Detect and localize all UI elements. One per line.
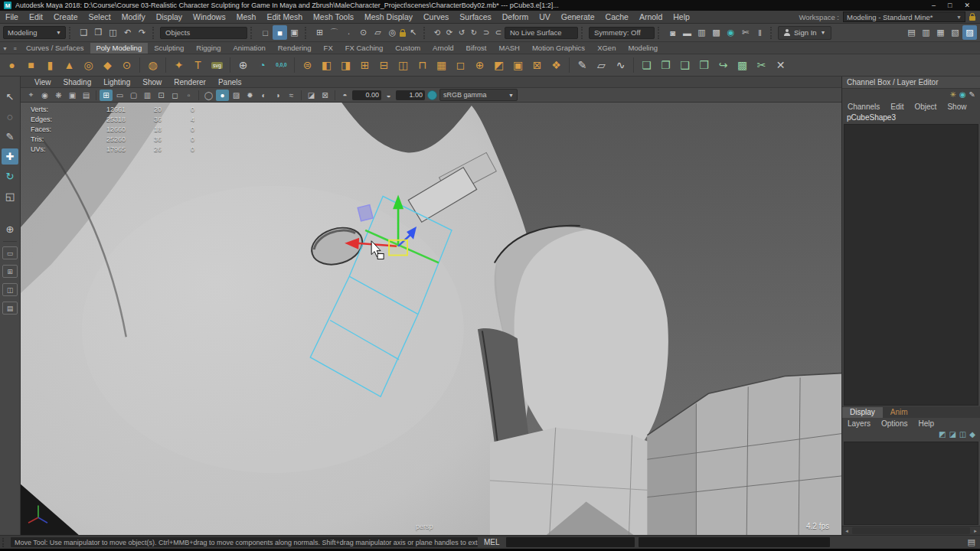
manip-plane-handle[interactable] [358,205,373,221]
reduce-button[interactable]: ⊟ [374,55,394,75]
maya-app-icon[interactable]: M [4,2,11,9]
layout-four-pane-button[interactable]: ⊞ [2,265,18,278]
shelf-tab[interactable]: Rigging [190,43,227,54]
poly-sphere-button[interactable]: ● [2,55,21,75]
layout-outliner-button[interactable]: ▤ [2,302,18,315]
rotate-tool[interactable]: ↻ [2,168,18,184]
custom-cube-button[interactable]: ❒ [694,55,714,75]
viewport-menu-item[interactable]: Show [136,78,168,86]
make-live-button[interactable]: ◎ [385,25,400,40]
layout-two-pane-button[interactable]: ◫ [2,283,18,296]
channel-box-menu-item[interactable]: Show [942,103,972,111]
pencil-curve-tool-button[interactable]: ▱ [592,55,611,75]
highlight-selection-button[interactable]: ↖ [406,25,420,40]
output-connections-button[interactable]: ⟳ [443,25,456,40]
lock-camera-button[interactable]: ◉ [38,90,51,101]
shelf-tab[interactable]: Curves / Surfaces [20,43,90,54]
selection-lock-icon[interactable] [400,32,406,37]
menu-item[interactable]: Select [83,12,116,21]
sign-in-button[interactable]: Sign In ▼ [778,26,831,40]
menu-item[interactable]: File [0,12,24,21]
group-grip[interactable] [581,27,586,39]
shelf-menu-icon[interactable]: ▼ [0,44,10,54]
shelf-tab[interactable]: Bifrost [460,43,493,54]
create-text-button[interactable]: T [188,55,207,75]
snap-view-plane-button[interactable]: ▱ [371,25,385,40]
menu-item[interactable]: Deform [497,12,534,21]
select-object-button[interactable]: ■ [273,25,287,40]
viewport-canvas[interactable]: Verts: 12661 20 0 Edges: 25318 36 4 Face… [21,103,841,535]
shelf-tab[interactable]: Arnold [426,43,459,54]
gamma-icon[interactable]: ◒ [382,90,395,101]
scroll-left-icon[interactable]: ◂ [842,527,851,535]
live-surface-field[interactable]: No Live Surface [505,27,578,39]
maximize-button[interactable]: □ [948,2,952,9]
input-connections-button[interactable]: ⟲ [431,25,443,40]
viewport-menu-item[interactable]: View [28,78,57,86]
menu-item[interactable]: UV [534,12,556,21]
menu-item[interactable]: Generate [556,12,600,21]
zero-transforms-button[interactable]: 0,0,0 [272,55,291,75]
layer-editor-menu-item[interactable]: Layers [842,419,876,428]
viewport-menu-item[interactable]: Renderer [168,78,212,86]
menu-item[interactable]: Help [668,12,695,21]
lasso-select-tool[interactable]: ◌ [2,109,18,125]
toggle-history-button[interactable]: ↻ [468,25,480,40]
color-management-icon[interactable] [427,90,437,100]
snap-curve-button[interactable]: ⌒ [327,25,341,40]
layer-new-button[interactable]: ◆ [969,431,975,439]
last-tool-used[interactable]: ⊕ [2,221,18,237]
poly-plane-button[interactable]: ◆ [98,55,117,75]
scale-tool[interactable]: ◱ [2,188,18,204]
viewport-menu-item[interactable]: Lighting [97,78,136,86]
menu-item[interactable]: Curves [418,12,454,21]
field-chart-button[interactable]: ⊡ [155,90,168,101]
snap-grid-button[interactable]: ⊞ [312,25,327,40]
render-sequence-button[interactable]: ✄ [738,25,753,40]
layout-single-pane-button[interactable]: ▭ [2,246,18,259]
redo-button[interactable]: ↷ [135,25,149,40]
boolean-button[interactable]: ◨ [336,55,355,75]
safe-title-button[interactable]: ▫ [182,90,195,101]
bevel-button[interactable]: ▣ [508,55,528,75]
bezier-curve-tool-button[interactable]: ∿ [611,55,630,75]
menu-item[interactable]: Edit Mesh [261,12,308,21]
layer-editor-tab[interactable]: Anim [883,407,916,418]
select-hierarchy-button[interactable]: □ [258,25,273,40]
wireframe-button[interactable]: ◯ [202,90,215,101]
custom-quad-draw-button[interactable]: ❏ [637,55,656,75]
undo-button[interactable]: ↶ [120,25,135,40]
attribute-editor-toggle[interactable]: ▧ [948,25,962,40]
pause-viewport-button[interactable]: ‖ [753,25,767,40]
gate-mask-button[interactable]: ▥ [141,90,154,101]
image-plane-button[interactable]: ▤ [80,90,93,101]
colorspace-select[interactable]: sRGB gamma ▼ [439,89,518,101]
group-grip[interactable] [69,27,74,39]
shelf-tab[interactable]: MASH [493,43,526,54]
humanik-toggle[interactable]: ▥ [919,25,933,40]
move-tool[interactable]: ✚ [2,148,18,165]
menu-item[interactable]: Display [151,12,188,21]
poly-cylinder-button[interactable]: ▮ [41,55,60,75]
group-grip[interactable] [658,27,662,39]
menu-item[interactable]: Mesh [231,12,262,21]
channel-box-menu-item[interactable]: Channels [842,103,885,111]
channel-box-header[interactable]: Channel Box / Layer Editor [842,77,980,89]
smooth-button[interactable]: ⊞ [355,55,374,75]
custom-relax-button[interactable]: ❐ [656,55,675,75]
select-tool[interactable]: ↖ [2,89,18,105]
render-settings-button[interactable]: ▩ [709,25,724,40]
layer-empty-button[interactable]: ◫ [959,431,966,439]
shelf-tab[interactable]: XGen [591,43,622,54]
custom-checker-button[interactable]: ▩ [733,55,752,75]
isolate-select-button[interactable]: ⊠ [318,90,332,101]
group-grip[interactable] [250,27,255,39]
menu-item[interactable]: Edit [24,12,48,21]
construction-plane-button[interactable]: ⊕ [234,55,253,75]
channel-speed-icon[interactable]: ◉ [959,91,966,99]
menu-item[interactable]: Arnold [634,12,668,21]
bookmark-button[interactable]: ▣ [66,90,79,101]
selected-object-name[interactable]: pCubeShape3 [842,112,980,123]
menu-item[interactable]: Cache [600,12,634,21]
poly-torus-button[interactable]: ◎ [79,55,98,75]
